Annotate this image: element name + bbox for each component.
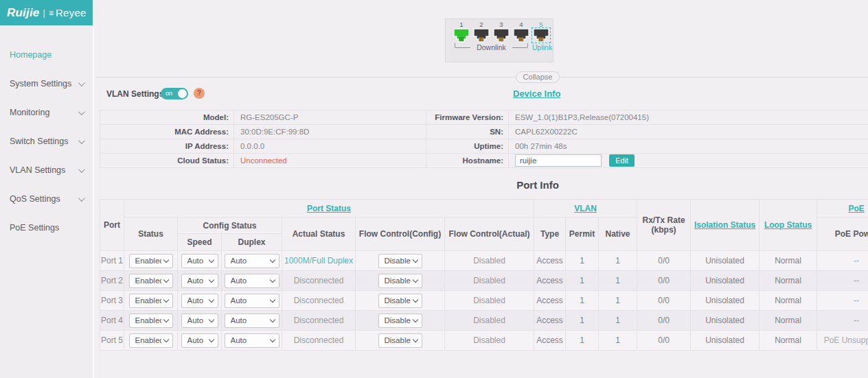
vlan-permit-value: 1 [566, 291, 599, 311]
status-select[interactable]: Enabled [129, 254, 173, 268]
group-header-poe: PoE [817, 200, 868, 217]
table-row-port-3: Port 3 Enabled Auto Auto Disconnected Di… [100, 291, 868, 311]
col-header-speed: Speed [178, 234, 222, 251]
speed-select-wrap: Auto [181, 314, 218, 328]
group-header-vlan: VLAN [534, 200, 637, 217]
loop-status-link[interactable]: Loop Status [764, 220, 812, 230]
mac-value: 30:0D:9E:CF:99:8D [234, 125, 426, 139]
rj45-port-icon[interactable] [492, 28, 510, 43]
flow-control-select[interactable]: Disabled [378, 294, 422, 308]
speed-select[interactable]: Auto [181, 294, 218, 308]
poe-power-value: -- [817, 291, 868, 311]
speed-select[interactable]: Auto [181, 254, 218, 268]
table-row-port-4: Port 4 Enabled Auto Auto Disconnected Di… [100, 311, 868, 331]
port-number: 4 [512, 21, 530, 28]
rj45-port-icon-connected[interactable] [453, 28, 470, 43]
status-select-wrap: Enabled [129, 254, 173, 268]
sidebar-item-label: VLAN Settings [10, 156, 65, 185]
flow-control-select[interactable]: Disabled [378, 254, 422, 268]
firmware-value: ESW_1.0(1)B1P3,Release(07200415) [509, 110, 868, 125]
speed-select[interactable]: Auto [181, 274, 218, 288]
collapse-button[interactable]: Collapse [516, 71, 560, 83]
help-icon[interactable]: ? [194, 88, 205, 99]
table-row-port-1: Port 1 Enabled Auto Auto 1000M/Full Dupl… [100, 251, 868, 271]
port-name: Port 5 [100, 331, 124, 351]
poe-power-value: PoE Unsupported [817, 331, 868, 351]
col-header-actual-status: Actual Status [282, 217, 356, 251]
downlink-bracket: Downlink [455, 43, 528, 51]
flow-control-select[interactable]: Disabled [378, 333, 422, 348]
speed-select-wrap: Auto [181, 254, 218, 268]
speed-select[interactable]: Auto [181, 314, 218, 328]
sidebar-item-homepage[interactable]: Homepage [0, 40, 93, 69]
ip-value: 0.0.0.0 [234, 139, 426, 154]
poe-power-value: -- [817, 251, 868, 271]
flow-control-actual-value: Disabled [445, 251, 534, 271]
status-select[interactable]: Enabled [129, 314, 173, 328]
isolation-status-value: Unisolated [691, 251, 760, 271]
rj45-port-icon[interactable] [472, 28, 490, 43]
loop-status-value: Normal [760, 291, 817, 311]
sidebar-item-system-settings[interactable]: System Settings [0, 69, 93, 98]
duplex-select[interactable]: Auto [225, 314, 279, 328]
sidebar-item-monitoring[interactable]: Monitoring [0, 98, 93, 127]
rj45-port-icon-uplink-selected[interactable] [532, 28, 550, 43]
vlan-native-value: 1 [599, 271, 637, 291]
duplex-select[interactable]: Auto [225, 294, 279, 308]
edit-button[interactable]: Edit [609, 154, 635, 167]
rj45-port-icon[interactable] [512, 28, 530, 43]
sn-value: CAPL62X00222C [509, 125, 868, 139]
flow-control-select-wrap: Disabled [378, 314, 422, 328]
sidebar-item-poe-settings[interactable]: PoE Settings [0, 213, 93, 242]
loop-status-value: Normal [760, 251, 817, 271]
cloud-status-label: Cloud Status: [100, 154, 234, 168]
port-status-link[interactable]: Port Status [307, 204, 351, 213]
vlan-settings-toggle[interactable]: on [161, 88, 188, 99]
switch-port-diagram: 1 2 3 4 5 Downlink Uplink [445, 19, 553, 62]
port-number: 3 [492, 21, 510, 28]
table-row-port-5: Port 5 Enabled Auto Auto Disconnected Di… [100, 331, 868, 351]
hostname-input[interactable] [515, 154, 602, 167]
col-header-flow-control-config: Flow Control(Config) [356, 217, 445, 251]
duplex-select[interactable]: Auto [225, 254, 279, 268]
toggle-knob [178, 89, 187, 98]
sidebar-item-vlan-settings[interactable]: VLAN Settings [0, 156, 93, 185]
chevron-down-icon [78, 195, 85, 202]
sidebar-item-qos-settings[interactable]: QoS Settings [0, 185, 93, 213]
status-select[interactable]: Enabled [129, 274, 173, 288]
chevron-down-icon [78, 80, 85, 86]
reyee-wordmark: Reyee [56, 7, 87, 19]
flow-control-select[interactable]: Disabled [378, 314, 422, 328]
isolation-status-link[interactable]: Isolation Status [694, 220, 755, 230]
loop-status-value: Normal [760, 311, 817, 331]
col-header-type: Type [534, 217, 566, 251]
status-select[interactable]: Enabled [129, 294, 173, 308]
duplex-select[interactable]: Auto [225, 274, 279, 288]
status-select[interactable]: Enabled [129, 333, 173, 348]
sidebar-item-switch-settings[interactable]: Switch Settings [0, 127, 93, 156]
vlan-link[interactable]: VLAN [574, 204, 597, 213]
flow-control-actual-value: Disabled [445, 331, 534, 351]
reyee-cn-glyph: ≣ [49, 10, 55, 16]
port-group-labels: Downlink Uplink [453, 43, 553, 52]
chevron-down-icon [78, 166, 85, 173]
col-header-isolation-status: Isolation Status [691, 200, 760, 251]
rxtx-rate-value: 0/0 [637, 271, 691, 291]
duplex-select-wrap: Auto [225, 274, 279, 288]
sidebar: Ruijie | ≣ Reyee Homepage System Setting… [0, 0, 94, 378]
ruijie-wordmark: Ruijie [7, 6, 40, 20]
rxtx-rate-value: 0/0 [637, 291, 691, 311]
status-select-wrap: Enabled [129, 274, 173, 288]
col-header-loop-status: Loop Status [760, 200, 817, 251]
speed-select[interactable]: Auto [181, 333, 218, 348]
duplex-select[interactable]: Auto [225, 333, 279, 348]
vlan-native-value: 1 [599, 311, 637, 331]
sidebar-item-label: Monitoring [10, 98, 49, 127]
poe-link[interactable]: PoE [848, 204, 864, 213]
table-row: IP Address: 0.0.0.0 Uptime: 00h 27min 48… [100, 139, 868, 154]
header-row-groups: Port Port Status VLAN Rx/Tx Rate (kbps) … [100, 200, 868, 217]
firmware-label: Firmware Version: [426, 110, 509, 125]
flow-control-select[interactable]: Disabled [378, 274, 422, 288]
port-number-row: 1 2 3 4 5 [453, 21, 553, 28]
device-info-link[interactable]: Device Info [513, 88, 560, 99]
